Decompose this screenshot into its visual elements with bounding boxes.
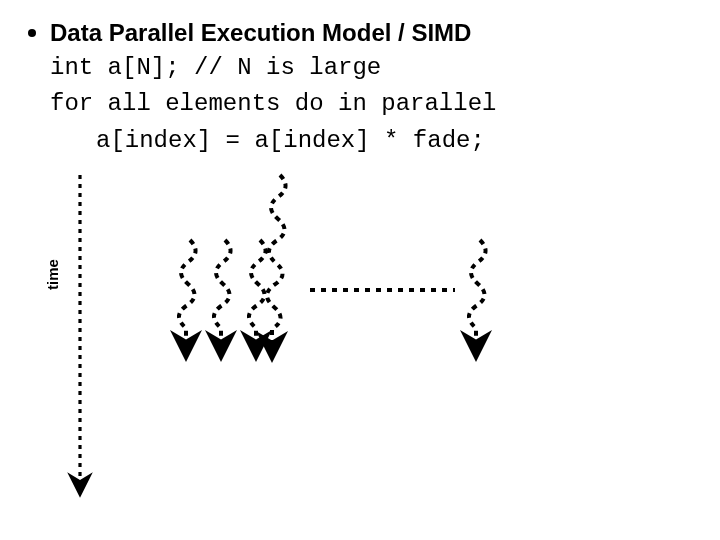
thread-squiggle-2 [214, 240, 231, 346]
bullet-dot-icon [28, 29, 36, 37]
code-line-2: for all elements do in parallel [50, 88, 692, 120]
thread-squiggle-1 [179, 240, 196, 346]
code-line-3: a[index] = a[index] * fade; [96, 125, 692, 157]
slide: Data Parallel Execution Model / SIMD int… [0, 0, 720, 540]
slide-title: Data Parallel Execution Model / SIMD [50, 18, 471, 48]
time-axis-label: time [44, 259, 61, 290]
thread-squiggle-3 [249, 240, 266, 346]
parallel-threads-diagram [60, 170, 620, 500]
thread-squiggle-long [267, 175, 286, 347]
code-line-1: int a[N]; // N is large [50, 52, 692, 84]
bullet-item: Data Parallel Execution Model / SIMD [28, 18, 692, 48]
thread-squiggle-right [469, 240, 486, 346]
